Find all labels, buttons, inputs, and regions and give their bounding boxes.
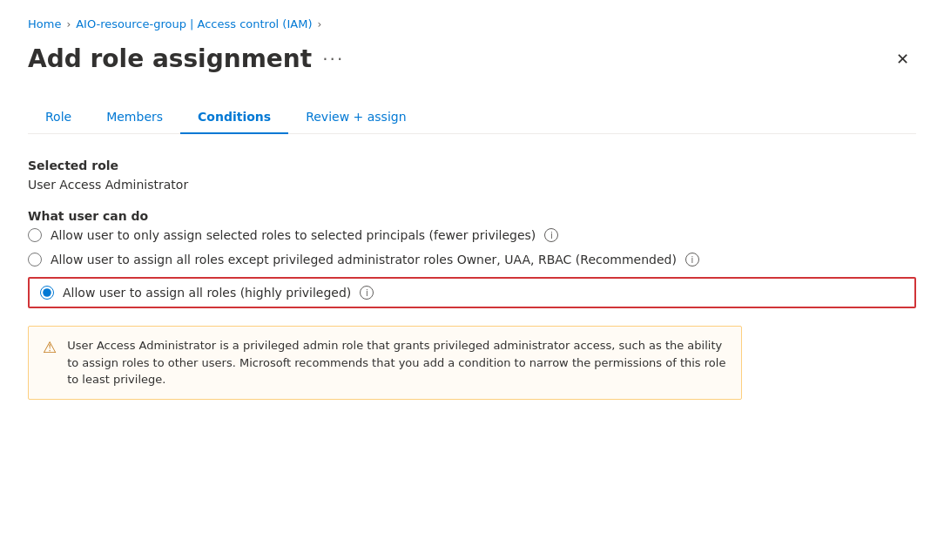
- tab-role[interactable]: Role: [28, 101, 89, 134]
- radio-label-2: Allow user to assign all roles except pr…: [51, 253, 677, 267]
- radio-input-1[interactable]: [28, 228, 42, 242]
- radio-option-2[interactable]: Allow user to assign all roles except pr…: [28, 253, 916, 267]
- warning-box: ⚠ User Access Administrator is a privile…: [28, 326, 742, 400]
- radio-group: Allow user to only assign selected roles…: [28, 228, 916, 308]
- more-options-button[interactable]: ···: [322, 51, 344, 68]
- info-icon-3[interactable]: i: [360, 286, 374, 300]
- radio-input-3[interactable]: [40, 286, 54, 300]
- info-icon-2[interactable]: i: [685, 253, 699, 267]
- panel-title: Add role assignment: [28, 44, 312, 73]
- selected-role-label: Selected role: [28, 159, 916, 172]
- panel-header: Add role assignment ··· ✕: [28, 44, 916, 73]
- breadcrumb-separator-2: ›: [317, 18, 321, 30]
- tab-conditions[interactable]: Conditions: [180, 101, 288, 134]
- warning-text: User Access Administrator is a privilege…: [67, 337, 727, 388]
- info-icon-1[interactable]: i: [544, 228, 558, 242]
- add-role-assignment-panel: Home › AIO-resource-group | Access contr…: [0, 0, 944, 560]
- radio-label-1: Allow user to only assign selected roles…: [51, 228, 536, 242]
- warning-icon: ⚠: [43, 338, 57, 388]
- breadcrumb-home[interactable]: Home: [28, 17, 61, 30]
- breadcrumb: Home › AIO-resource-group | Access contr…: [28, 17, 916, 30]
- what-user-can-do-label: What user can do: [28, 209, 916, 223]
- tab-review[interactable]: Review + assign: [288, 101, 423, 134]
- title-row: Add role assignment ···: [28, 44, 344, 73]
- selected-role-value: User Access Administrator: [28, 178, 916, 192]
- radio-option-3[interactable]: Allow user to assign all roles (highly p…: [28, 277, 916, 308]
- tab-bar: Role Members Conditions Review + assign: [28, 101, 916, 134]
- close-button[interactable]: ✕: [889, 48, 916, 71]
- breadcrumb-separator-1: ›: [66, 18, 71, 30]
- radio-option-1[interactable]: Allow user to only assign selected roles…: [28, 228, 916, 242]
- breadcrumb-iam[interactable]: AIO-resource-group | Access control (IAM…: [76, 17, 312, 30]
- radio-label-3: Allow user to assign all roles (highly p…: [63, 286, 351, 300]
- tab-members[interactable]: Members: [89, 101, 180, 134]
- radio-input-2[interactable]: [28, 253, 42, 267]
- tab-content: Selected role User Access Administrator …: [28, 159, 916, 400]
